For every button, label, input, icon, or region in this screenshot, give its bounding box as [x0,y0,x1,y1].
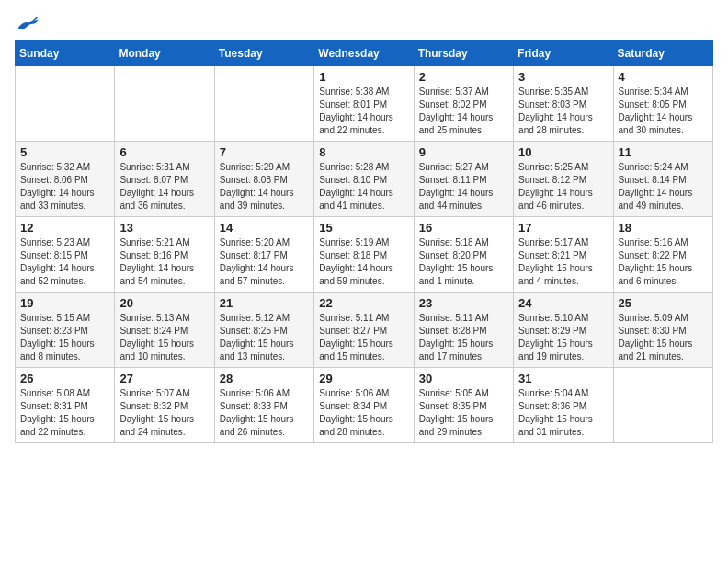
day-number: 3 [518,70,608,84]
calendar-cell: 29Sunrise: 5:06 AM Sunset: 8:34 PM Dayli… [314,368,414,443]
day-info: Sunrise: 5:32 AM Sunset: 8:06 PM Dayligh… [20,161,109,213]
calendar-cell: 22Sunrise: 5:11 AM Sunset: 8:27 PM Dayli… [314,293,414,368]
day-info: Sunrise: 5:28 AM Sunset: 8:10 PM Dayligh… [319,161,408,213]
day-info: Sunrise: 5:25 AM Sunset: 8:12 PM Dayligh… [518,161,608,213]
calendar-cell: 24Sunrise: 5:10 AM Sunset: 8:29 PM Dayli… [514,293,613,368]
day-number: 11 [619,145,708,159]
calendar-cell: 13Sunrise: 5:21 AM Sunset: 8:16 PM Dayli… [115,217,214,293]
day-info: Sunrise: 5:18 AM Sunset: 8:20 PM Dayligh… [419,236,508,288]
day-number: 30 [419,372,508,385]
day-info: Sunrise: 5:10 AM Sunset: 8:29 PM Dayligh… [518,312,608,363]
day-of-week-header: Thursday [414,41,513,66]
calendar-cell: 5Sunrise: 5:32 AM Sunset: 8:06 PM Daylig… [16,142,115,217]
day-number: 19 [20,296,109,310]
day-number: 8 [319,145,408,159]
day-number: 22 [319,296,408,310]
day-of-week-header: Friday [514,41,613,66]
day-number: 21 [220,296,309,310]
calendar-cell: 21Sunrise: 5:12 AM Sunset: 8:25 PM Dayli… [214,293,313,368]
day-number: 23 [419,296,508,310]
day-number: 26 [20,372,109,385]
day-info: Sunrise: 5:23 AM Sunset: 8:15 PM Dayligh… [20,236,109,288]
page-header [15,15,713,31]
calendar-cell: 17Sunrise: 5:17 AM Sunset: 8:21 PM Dayli… [514,217,613,293]
day-info: Sunrise: 5:29 AM Sunset: 8:08 PM Dayligh… [220,161,309,213]
calendar-cell: 19Sunrise: 5:15 AM Sunset: 8:23 PM Dayli… [16,293,115,368]
calendar-cell: 30Sunrise: 5:05 AM Sunset: 8:35 PM Dayli… [414,368,513,443]
day-number: 17 [518,221,608,235]
day-number: 4 [619,70,708,84]
day-number: 16 [419,221,508,235]
calendar-cell [214,66,313,142]
day-number: 14 [220,221,309,235]
day-info: Sunrise: 5:05 AM Sunset: 8:35 PM Dayligh… [419,387,508,439]
day-of-week-header: Monday [115,41,214,66]
day-info: Sunrise: 5:15 AM Sunset: 8:23 PM Dayligh… [20,312,109,363]
day-number: 5 [20,145,109,159]
calendar-cell: 18Sunrise: 5:16 AM Sunset: 8:22 PM Dayli… [613,217,712,293]
day-of-week-header: Sunday [16,41,115,66]
day-number: 24 [518,296,608,310]
day-info: Sunrise: 5:07 AM Sunset: 8:32 PM Dayligh… [119,387,209,439]
day-info: Sunrise: 5:35 AM Sunset: 8:03 PM Dayligh… [518,86,608,137]
day-number: 31 [518,372,608,385]
calendar-header-row: SundayMondayTuesdayWednesdayThursdayFrid… [16,41,713,66]
calendar-cell [115,66,214,142]
day-info: Sunrise: 5:12 AM Sunset: 8:25 PM Dayligh… [220,312,309,363]
day-number: 27 [119,372,209,385]
day-info: Sunrise: 5:06 AM Sunset: 8:34 PM Dayligh… [319,387,408,439]
calendar-cell [16,66,115,142]
calendar-cell: 9Sunrise: 5:27 AM Sunset: 8:11 PM Daylig… [414,142,513,217]
calendar-cell: 3Sunrise: 5:35 AM Sunset: 8:03 PM Daylig… [514,66,613,142]
day-info: Sunrise: 5:04 AM Sunset: 8:36 PM Dayligh… [518,387,608,439]
day-info: Sunrise: 5:24 AM Sunset: 8:14 PM Dayligh… [619,161,708,213]
day-info: Sunrise: 5:34 AM Sunset: 8:05 PM Dayligh… [619,86,708,137]
day-number: 1 [319,70,408,84]
day-of-week-header: Saturday [613,41,712,66]
day-info: Sunrise: 5:16 AM Sunset: 8:22 PM Dayligh… [619,236,708,288]
calendar-cell: 16Sunrise: 5:18 AM Sunset: 8:20 PM Dayli… [414,217,513,293]
calendar-cell: 2Sunrise: 5:37 AM Sunset: 8:02 PM Daylig… [414,66,513,142]
day-info: Sunrise: 5:13 AM Sunset: 8:24 PM Dayligh… [119,312,209,363]
calendar-cell: 26Sunrise: 5:08 AM Sunset: 8:31 PM Dayli… [16,368,115,443]
calendar-week-row: 12Sunrise: 5:23 AM Sunset: 8:15 PM Dayli… [16,217,713,293]
day-info: Sunrise: 5:08 AM Sunset: 8:31 PM Dayligh… [20,387,109,439]
day-of-week-header: Wednesday [314,41,414,66]
day-info: Sunrise: 5:19 AM Sunset: 8:18 PM Dayligh… [319,236,408,288]
calendar-cell: 20Sunrise: 5:13 AM Sunset: 8:24 PM Dayli… [115,293,214,368]
calendar-cell: 7Sunrise: 5:29 AM Sunset: 8:08 PM Daylig… [214,142,313,217]
day-number: 6 [119,145,209,159]
day-number: 15 [319,221,408,235]
day-info: Sunrise: 5:38 AM Sunset: 8:01 PM Dayligh… [319,86,408,137]
day-number: 25 [619,296,708,310]
day-number: 9 [419,145,508,159]
calendar-cell: 11Sunrise: 5:24 AM Sunset: 8:14 PM Dayli… [613,142,712,217]
calendar-week-row: 1Sunrise: 5:38 AM Sunset: 8:01 PM Daylig… [16,66,713,142]
day-info: Sunrise: 5:17 AM Sunset: 8:21 PM Dayligh… [518,236,608,288]
day-info: Sunrise: 5:27 AM Sunset: 8:11 PM Dayligh… [419,161,508,213]
day-info: Sunrise: 5:37 AM Sunset: 8:02 PM Dayligh… [419,86,508,137]
calendar-week-row: 19Sunrise: 5:15 AM Sunset: 8:23 PM Dayli… [16,293,713,368]
calendar-cell [613,368,712,443]
day-number: 2 [419,70,508,84]
calendar-cell: 8Sunrise: 5:28 AM Sunset: 8:10 PM Daylig… [314,142,414,217]
day-number: 20 [119,296,209,310]
calendar-cell: 15Sunrise: 5:19 AM Sunset: 8:18 PM Dayli… [314,217,414,293]
day-info: Sunrise: 5:11 AM Sunset: 8:27 PM Dayligh… [319,312,408,363]
day-number: 12 [20,221,109,235]
calendar-cell: 28Sunrise: 5:06 AM Sunset: 8:33 PM Dayli… [214,368,313,443]
day-info: Sunrise: 5:06 AM Sunset: 8:33 PM Dayligh… [220,387,309,439]
day-number: 7 [220,145,309,159]
day-number: 29 [319,372,408,385]
calendar-cell: 25Sunrise: 5:09 AM Sunset: 8:30 PM Dayli… [613,293,712,368]
calendar-cell: 23Sunrise: 5:11 AM Sunset: 8:28 PM Dayli… [414,293,513,368]
day-number: 18 [619,221,708,235]
calendar-week-row: 5Sunrise: 5:32 AM Sunset: 8:06 PM Daylig… [16,142,713,217]
calendar-table: SundayMondayTuesdayWednesdayThursdayFrid… [15,40,713,443]
day-info: Sunrise: 5:21 AM Sunset: 8:16 PM Dayligh… [119,236,209,288]
day-info: Sunrise: 5:20 AM Sunset: 8:17 PM Dayligh… [220,236,309,288]
calendar-cell: 31Sunrise: 5:04 AM Sunset: 8:36 PM Dayli… [514,368,613,443]
day-number: 28 [220,372,309,385]
calendar-cell: 1Sunrise: 5:38 AM Sunset: 8:01 PM Daylig… [314,66,414,142]
logo [15,15,39,31]
